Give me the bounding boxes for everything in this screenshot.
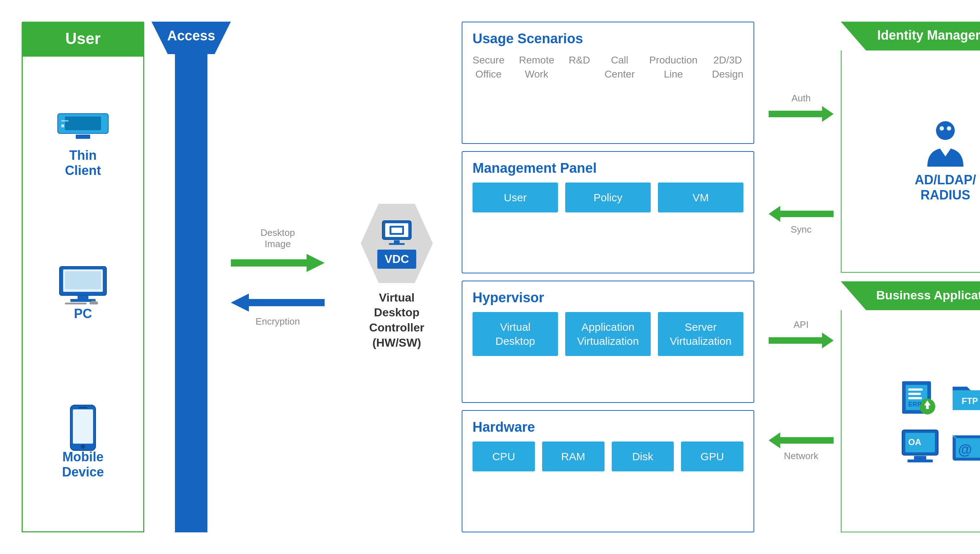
svg-rect-10 xyxy=(65,302,87,304)
api-label: API xyxy=(794,319,809,330)
sync-label: Sync xyxy=(791,224,811,235)
business-header-svg: Business Applications xyxy=(841,281,980,310)
tile-ram: RAM xyxy=(542,441,605,471)
thin-client-label: ThinClient xyxy=(65,148,101,178)
scenario-items: SecureOffice RemoteWork R&D CallCenter P… xyxy=(473,53,743,81)
thin-client-icon xyxy=(54,108,112,144)
vdc-hexagon: VDC xyxy=(361,204,433,283)
sync-arrow-svg xyxy=(768,206,834,222)
tile-app-virt: Application Virtualization xyxy=(565,312,651,356)
management-panel-title: Management Panel xyxy=(473,161,743,176)
scenario-call-center: CallCenter xyxy=(605,53,635,81)
user-box: ThinClient xyxy=(22,56,144,532)
usage-scenarios-title: Usage Scenarios xyxy=(473,31,743,46)
svg-rect-1 xyxy=(65,116,101,130)
vdc-column: VDC Virtual Desktop Controller (HW/SW) xyxy=(346,22,447,532)
desktop-image-label: Desktop Image xyxy=(261,227,295,250)
person-icon-svg xyxy=(924,120,967,167)
identity-label: AD/LDAP/RADIUS xyxy=(915,172,976,203)
svg-marker-17 xyxy=(231,254,325,272)
svg-rect-24 xyxy=(389,243,405,245)
identity-header-svg: Identity Management xyxy=(841,22,980,51)
svg-rect-7 xyxy=(78,295,88,299)
user-header: User xyxy=(22,22,144,56)
tile-vm: VM xyxy=(658,183,743,212)
tile-cpu: CPU xyxy=(473,441,535,471)
user-column: User ThinClient xyxy=(22,22,144,532)
hypervisor-box: Hypervisor Virtual Desktop Application V… xyxy=(462,280,754,403)
svg-rect-44 xyxy=(914,456,926,460)
svg-rect-22 xyxy=(391,228,402,233)
tile-server-virt: Server Virtualization xyxy=(658,312,743,356)
identity-header-wrap: Identity Management xyxy=(841,22,980,51)
arrow-desktop-image: Desktop Image xyxy=(231,227,325,272)
erp-text: ERP xyxy=(908,401,921,408)
identity-panel: Identity Management xyxy=(841,22,980,273)
mail-at-text: @ xyxy=(958,441,972,457)
svg-marker-27 xyxy=(768,333,834,349)
thin-client-item: ThinClient xyxy=(54,108,112,178)
mail-icon-item: @ xyxy=(949,425,980,468)
svg-marker-25 xyxy=(768,106,834,122)
identity-body: AD/LDAP/RADIUS xyxy=(841,51,980,273)
scenario-remote-work: RemoteWork xyxy=(519,53,554,81)
tile-user: User xyxy=(473,183,558,212)
mobile-item: MobileDevice xyxy=(54,410,112,480)
arrow-encryption: Encryption xyxy=(231,294,325,327)
scenario-production-line: ProductionLine xyxy=(649,53,698,81)
scenario-secure-office: SecureOffice xyxy=(473,53,504,81)
hypervisor-title: Hypervisor xyxy=(473,290,743,306)
svg-rect-36 xyxy=(908,388,923,391)
hypervisor-items: Virtual Desktop Application Virtualizati… xyxy=(473,312,743,356)
tile-gpu: GPU xyxy=(681,441,743,471)
conn-network: Network xyxy=(768,433,834,462)
svg-rect-37 xyxy=(908,393,921,395)
access-label: Access xyxy=(167,28,215,43)
erp-icon-item: ERP xyxy=(899,374,942,417)
svg-rect-9 xyxy=(65,271,101,289)
right-panels: Identity Management xyxy=(841,22,980,532)
tile-virtual-desktop: Virtual Desktop xyxy=(473,312,558,356)
svg-marker-18 xyxy=(231,294,325,312)
center-column: Usage Scenarios SecureOffice RemoteWork … xyxy=(462,22,754,532)
arrow-right-svg xyxy=(231,254,325,272)
tile-disk: Disk xyxy=(612,441,674,471)
access-header-wrap: Access xyxy=(151,22,231,54)
pc-item: PC xyxy=(54,267,112,322)
erp-svg: ERP xyxy=(900,376,940,416)
conn-sync: Sync xyxy=(768,206,834,235)
pc-label: PC xyxy=(74,306,92,322)
network-label: Network xyxy=(784,451,818,462)
arrows-left: Desktop Image Encryption xyxy=(231,22,339,532)
svg-marker-26 xyxy=(768,206,834,222)
management-panel-box: Management Panel User Policy VM xyxy=(462,151,754,274)
svg-rect-15 xyxy=(79,407,87,408)
ftp-text: FTP xyxy=(962,396,978,406)
svg-rect-41 xyxy=(926,405,929,409)
encryption-label: Encryption xyxy=(256,316,300,327)
svg-rect-2 xyxy=(76,135,90,139)
vdc-label: Virtual Desktop Controller (HW/SW) xyxy=(369,290,425,350)
pc-icon xyxy=(54,267,112,302)
vdc-badge-text: VDC xyxy=(377,250,416,269)
svg-rect-23 xyxy=(394,240,399,243)
mobile-label: MobileDevice xyxy=(62,449,104,480)
hardware-title: Hardware xyxy=(473,419,743,435)
mobile-icon xyxy=(54,410,112,446)
oa-icon-item: OA xyxy=(899,425,942,468)
api-arrow-svg xyxy=(768,333,834,349)
network-arrow-svg xyxy=(768,433,834,448)
hardware-items: CPU RAM Disk GPU xyxy=(473,441,743,471)
business-header-wrap: Business Applications xyxy=(841,281,980,310)
svg-point-31 xyxy=(940,126,944,131)
tile-policy: Policy xyxy=(565,183,651,212)
biz-icons-grid: ERP FTP xyxy=(899,374,980,468)
svg-point-32 xyxy=(947,126,951,131)
oa-text: OA xyxy=(908,437,921,447)
identity-content: AD/LDAP/RADIUS xyxy=(915,120,976,203)
ftp-icon-item: FTP xyxy=(949,374,980,417)
auth-arrow-svg xyxy=(768,106,834,122)
identity-header-text: Identity Management xyxy=(877,28,980,43)
usage-scenarios-box: Usage Scenarios SecureOffice RemoteWork … xyxy=(462,22,754,144)
vdc-icon-svg xyxy=(379,218,415,247)
